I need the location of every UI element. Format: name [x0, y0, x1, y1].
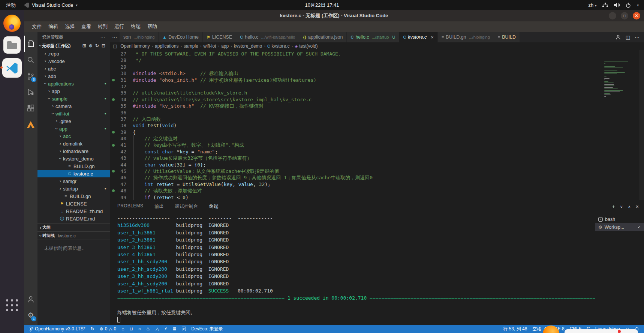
tree-item-samgr[interactable]: ›samgr: [37, 177, 110, 185]
menu-查看[interactable]: 查看: [78, 22, 94, 31]
clock[interactable]: 10月22日 17:41: [305, 2, 339, 9]
network-icon[interactable]: [602, 3, 608, 8]
statusbar-problems[interactable]: ⊗0△0: [97, 326, 119, 332]
breadcrumb-item[interactable]: Ckvstore.c: [267, 44, 290, 49]
new-folder-icon[interactable]: ⊕: [89, 43, 93, 48]
tree-item-abc[interactable]: ›abc: [37, 132, 110, 140]
activitybar-search[interactable]: [24, 52, 37, 68]
tree-item-.repo[interactable]: ›.repo: [37, 50, 110, 57]
tab-hello.c[interactable]: Chello.c.../wifi-iot/app/hello: [236, 32, 299, 42]
terminal-dropdown-icon[interactable]: ∨: [620, 204, 623, 209]
statusbar-burn-icon[interactable]: ♨: [144, 326, 153, 332]
tree-item-camera[interactable]: ›camera: [37, 102, 110, 110]
statusbar-tasks-icon[interactable]: ≣: [170, 326, 179, 332]
power-icon[interactable]: [626, 3, 631, 8]
statusbar-sync-icon[interactable]: ↻: [88, 326, 97, 332]
menu-运行[interactable]: 运行: [111, 22, 127, 31]
tree-item-BUILD.gn[interactable]: ≡BUILD.gn: [37, 162, 110, 170]
tab-applications.json[interactable]: {}applications.json: [299, 32, 347, 42]
breadcrumb-item[interactable]: ◈test(void): [295, 44, 318, 49]
dock-firefox[interactable]: [0, 15, 24, 32]
statusbar-home-icon[interactable]: ⌂: [119, 326, 127, 332]
activitybar-run-debug[interactable]: [24, 84, 37, 100]
activitybar-settings[interactable]: ⚙ 1: [24, 307, 37, 323]
title-bar[interactable]: kvstore.c - 无标题 (工作区) - Visual Studio Co…: [24, 10, 644, 21]
activities-button[interactable]: 活动: [6, 2, 16, 9]
tree-item-adb[interactable]: ›adb: [37, 72, 110, 80]
close-button[interactable]: ✕: [633, 12, 640, 20]
menu-帮助[interactable]: 帮助: [144, 22, 160, 31]
maximize-panel-icon[interactable]: ∧: [628, 204, 631, 209]
input-language[interactable]: zh ▾: [589, 2, 597, 8]
tree-item-app[interactable]: ›app●: [37, 125, 110, 132]
dock-files[interactable]: [0, 36, 24, 54]
close-panel-icon[interactable]: ×: [636, 204, 639, 210]
volume-icon[interactable]: [614, 3, 620, 8]
chevron-down-icon[interactable]: ▾: [637, 3, 639, 7]
statusbar-git-branch[interactable]: OpenHarmony-v3.0-LTS*: [27, 326, 88, 332]
activitybar-explorer[interactable]: [24, 36, 37, 52]
menu-编辑[interactable]: 编辑: [45, 22, 61, 31]
show-applications-button[interactable]: [6, 299, 18, 311]
tree-item-applications[interactable]: ›applications●: [37, 80, 110, 87]
tree-item-kvstore_demo[interactable]: ›kvstore_demo: [37, 155, 110, 162]
terminal-instance-Worksp...[interactable]: ⚙Worksp...✓: [595, 223, 644, 231]
statusbar-cursor-position[interactable]: 行 53, 列 48: [500, 326, 530, 332]
tree-item-BUILD.gn[interactable]: ≡BUILD.gn: [37, 192, 110, 200]
tab-BUILD[interactable]: ≡BUILD: [494, 32, 520, 42]
breadcrumb-item[interactable]: OpenHarmony: [120, 44, 150, 49]
menu-终端[interactable]: 终端: [127, 22, 144, 31]
tab-overflow-indicator[interactable]: ⋯: [110, 32, 120, 42]
panel-tab-输出[interactable]: 输出: [154, 201, 165, 212]
panel-tab-PROBLEMS[interactable]: PROBLEMS: [117, 201, 144, 212]
minimap[interactable]: [604, 51, 637, 107]
minimize-button[interactable]: ─: [609, 12, 616, 20]
activitybar-extensions[interactable]: [24, 100, 37, 116]
collapse-all-icon[interactable]: ⊟: [102, 43, 105, 48]
tab-kvstore.c[interactable]: Ckvstore.c×: [399, 32, 438, 42]
code-editor[interactable]: 27 * OF THIS SOFTWARE, EVEN IF ADVISED O…: [110, 50, 644, 200]
editor-scrollbar[interactable]: [639, 50, 644, 200]
tree-item-abc[interactable]: ›abc: [37, 65, 110, 72]
tab-LICENSE[interactable]: ⚑LICENSE: [203, 32, 236, 42]
tree-item-sample[interactable]: ›sample●: [37, 95, 110, 102]
timeline-section[interactable]: › 时间线 kvstore.c: [37, 232, 110, 240]
tree-item-iothardware[interactable]: ›iothardware: [37, 147, 110, 155]
terminal-output[interactable]: ------------------ --------- -------- --…: [110, 213, 595, 325]
account-icon[interactable]: [615, 34, 621, 40]
breadcrumb-item[interactable]: app: [221, 44, 229, 49]
statusbar-deveco-login[interactable]: DevEco: 未登录: [189, 326, 226, 332]
tree-item-demolink[interactable]: ›demolink: [37, 140, 110, 147]
new-terminal-icon[interactable]: +: [612, 204, 615, 210]
menu-选择[interactable]: 选择: [61, 22, 78, 31]
tree-item-kvstore.c[interactable]: Ckvstore.c: [37, 170, 110, 177]
close-icon[interactable]: ×: [431, 34, 434, 40]
tree-item-LICENSE[interactable]: ⚑LICENSE: [37, 200, 110, 207]
menu-文件[interactable]: 文件: [28, 22, 45, 31]
activitybar-source-control[interactable]: 6: [24, 68, 37, 84]
breadcrumb-item[interactable]: sample: [184, 44, 198, 49]
app-menu[interactable]: Visual Studio Code ▾: [24, 2, 78, 8]
breadcrumb-item[interactable]: kvstore_demo: [234, 44, 262, 49]
workspace-section-header[interactable]: › 无标题 (工作区) ⊞ ⊕ ↻ ⊟: [37, 42, 110, 50]
activitybar-accounts[interactable]: [24, 291, 37, 307]
tree-item-.gitee[interactable]: ›.gitee: [37, 117, 110, 125]
maximize-button[interactable]: □: [621, 12, 628, 20]
statusbar-flash-icon[interactable]: ⚡: [162, 326, 170, 332]
activitybar-deveco[interactable]: [24, 116, 37, 132]
breadcrumb-item[interactable]: applications: [155, 44, 178, 49]
dock-vscode[interactable]: [0, 58, 24, 78]
more-actions-icon[interactable]: ⋯: [635, 34, 640, 40]
menu-转到[interactable]: 转到: [94, 22, 111, 31]
tree-item-README_zh.md[interactable]: ↓README_zh.md: [37, 207, 110, 215]
tab-BUILD.gn[interactable]: ≡BUILD.gn.../hibinging: [438, 32, 494, 42]
refresh-icon[interactable]: ↻: [95, 43, 99, 48]
panel-tab-调试控制台[interactable]: 调试控制台: [174, 201, 199, 212]
new-file-icon[interactable]: ⊞: [82, 43, 86, 48]
breadcrumb-item[interactable]: wifi-iot: [203, 44, 216, 49]
panel-tab-终端[interactable]: 终端: [208, 201, 219, 212]
tree-item-README.md[interactable]: ⓘREADME.md: [37, 215, 110, 222]
tree-item-startup[interactable]: ›startup●: [37, 185, 110, 192]
split-editor-icon[interactable]: ◫: [626, 34, 630, 40]
statusbar-trash-icon[interactable]: ⊔: [127, 326, 135, 332]
